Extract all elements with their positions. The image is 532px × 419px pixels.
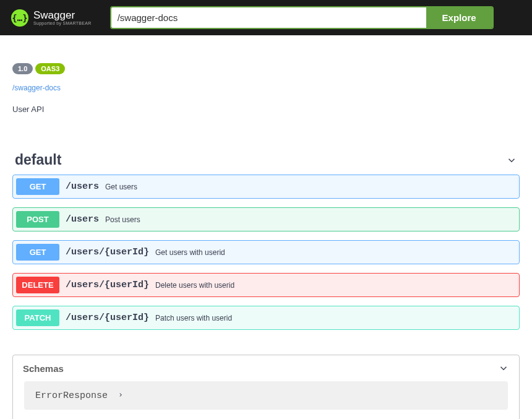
swagger-logo-text: Swagger Supported by SMARTBEAR <box>33 10 92 25</box>
main-content: 1.0 OAS3 /swagger-docs User API default … <box>0 35 532 419</box>
method-badge: GET <box>16 244 59 261</box>
oas-badge: OAS3 <box>35 63 65 74</box>
tag-title: default <box>15 152 61 168</box>
operation-get[interactable]: GET/usersGet users <box>12 175 520 199</box>
operations-list: GET/usersGet usersPOST/usersPost usersGE… <box>12 175 520 330</box>
schema-item[interactable]: ErrorResponse <box>24 381 508 410</box>
api-description: User API <box>12 105 520 114</box>
method-badge: POST <box>16 211 59 228</box>
operation-summary: Get users <box>105 183 137 191</box>
chevron-down-icon <box>498 363 509 374</box>
chevron-down-icon <box>506 155 517 166</box>
operation-path: /users <box>66 214 99 225</box>
operation-summary: Get users with userid <box>155 248 225 257</box>
chevron-right-icon <box>118 390 124 401</box>
operation-path: /users/{userId} <box>66 247 149 257</box>
logo-subtitle: Supported by SMARTBEAR <box>33 21 92 25</box>
operation-get[interactable]: GET/users/{userId}Get users with userid <box>12 240 520 264</box>
explore-button[interactable]: Explore <box>426 7 492 28</box>
schemas-header[interactable]: Schemas <box>13 355 519 381</box>
tag-section-header[interactable]: default <box>12 148 520 175</box>
operation-summary: Post users <box>105 215 140 224</box>
operation-summary: Patch users with userid <box>155 314 232 322</box>
operation-patch[interactable]: PATCH/users/{userId}Patch users with use… <box>12 306 520 330</box>
logo-title: Swagger <box>33 10 92 20</box>
method-badge: DELETE <box>16 277 59 293</box>
docs-url-link[interactable]: /swagger-docs <box>12 84 61 92</box>
topbar: {…} Swagger Supported by SMARTBEAR Explo… <box>0 0 532 35</box>
schemas-body: ErrorResponse <box>13 381 519 419</box>
swagger-logo-icon: {…} <box>11 9 28 27</box>
method-badge: PATCH <box>16 309 59 326</box>
url-form: Explore <box>110 6 494 29</box>
operation-summary: Delete users with userid <box>155 281 234 290</box>
operation-path: /users <box>66 181 99 192</box>
info-badges: 1.0 OAS3 <box>12 63 520 74</box>
schemas-section: Schemas ErrorResponse <box>12 355 520 419</box>
schemas-title: Schemas <box>23 363 64 374</box>
version-badge: 1.0 <box>12 63 33 74</box>
operation-delete[interactable]: DELETE/users/{userId}Delete users with u… <box>12 273 520 297</box>
url-input[interactable] <box>111 7 426 28</box>
operation-post[interactable]: POST/usersPost users <box>12 207 520 231</box>
operation-path: /users/{userId} <box>66 313 149 323</box>
method-badge: GET <box>16 178 59 195</box>
operation-path: /users/{userId} <box>66 280 149 290</box>
schema-name: ErrorResponse <box>35 391 108 401</box>
swagger-logo[interactable]: {…} Swagger Supported by SMARTBEAR <box>11 9 92 27</box>
